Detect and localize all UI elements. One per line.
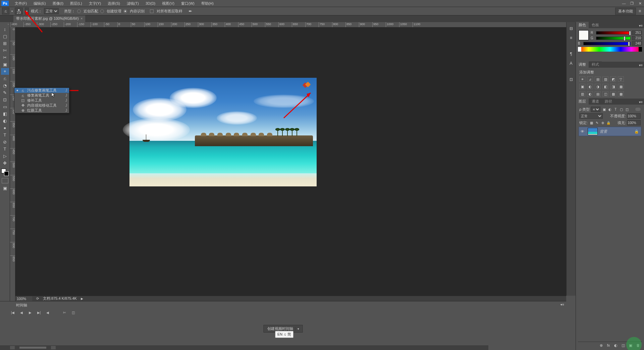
- screen-mode[interactable]: ▣: [1, 185, 9, 191]
- color-panel-menu[interactable]: ▾≡: [638, 23, 644, 28]
- brush-preset-picker[interactable]: ●23: [15, 8, 23, 14]
- adjust-icon[interactable]: ▥: [579, 91, 585, 97]
- hand-tool[interactable]: ▷: [1, 153, 9, 159]
- lock-option-icon[interactable]: ⊕: [600, 121, 605, 125]
- window-maximize[interactable]: ❐: [628, 0, 636, 6]
- tl-first[interactable]: |◀: [10, 310, 15, 315]
- tl-zoom-out[interactable]: [10, 346, 15, 349]
- marquee-tool[interactable]: ▢: [1, 33, 9, 40]
- adjust-icon[interactable]: ◨: [610, 84, 616, 89]
- collapsed-history-icon[interactable]: ⊟: [568, 25, 574, 32]
- mode-select[interactable]: 正常: [44, 8, 59, 14]
- tl-prev[interactable]: ◀: [19, 310, 24, 315]
- adjust-icon[interactable]: ▨: [602, 76, 608, 82]
- adjust-icon[interactable]: ▽: [618, 76, 624, 82]
- collapsed-character-icon[interactable]: ¶: [568, 51, 574, 57]
- ime-indicator[interactable]: EN ♫ 简: [275, 331, 293, 338]
- tab-close[interactable]: ×: [81, 17, 83, 20]
- radio-proximity[interactable]: [77, 9, 81, 13]
- window-close[interactable]: ✕: [636, 0, 644, 6]
- tl-cut[interactable]: ✄: [62, 310, 67, 315]
- color-swatch-big[interactable]: [579, 30, 589, 40]
- g-slider[interactable]: [596, 37, 631, 40]
- tab-swatches[interactable]: 色板: [589, 22, 602, 28]
- menu-window[interactable]: 窗口(W): [178, 0, 198, 7]
- collapsed-other-icon[interactable]: ⊡: [568, 76, 574, 82]
- adjust-icon[interactable]: ◧: [602, 84, 608, 89]
- tab-channels[interactable]: 通道: [589, 98, 602, 105]
- adjust-icon[interactable]: ⊿: [587, 76, 593, 82]
- lasso-tool[interactable]: ⊞: [1, 40, 9, 47]
- layer-background[interactable]: 👁 背景 🔒: [579, 127, 641, 136]
- adjust-icon[interactable]: ▤: [595, 76, 601, 82]
- adjust-icon[interactable]: ▣: [579, 84, 585, 89]
- collapsed-paragraph-icon[interactable]: A: [568, 60, 574, 66]
- layer-name[interactable]: 背景: [600, 129, 607, 134]
- menu-view[interactable]: 视图(V): [159, 0, 178, 7]
- adjust-icon[interactable]: ◑: [595, 84, 601, 89]
- adjust-icon[interactable]: ☀: [579, 76, 585, 82]
- move-tool[interactable]: ↕: [1, 26, 9, 33]
- color-swatches[interactable]: [1, 169, 9, 176]
- adjust-icon[interactable]: ▩: [610, 91, 616, 97]
- radio-texture[interactable]: [100, 9, 104, 13]
- quick-mask[interactable]: [2, 178, 8, 183]
- zoom-tool[interactable]: ✥: [1, 160, 9, 166]
- menu-filter[interactable]: 滤镜(T): [123, 0, 142, 7]
- zoom-level[interactable]: [15, 296, 32, 301]
- gradient-tool[interactable]: ▭: [1, 103, 9, 110]
- layer-visibility-icon[interactable]: 👁: [579, 129, 586, 133]
- layer-filter-icon[interactable]: ▣: [602, 108, 606, 111]
- canvas[interactable]: [15, 27, 566, 296]
- layer-thumbnail[interactable]: [588, 128, 598, 135]
- blur-tool[interactable]: ◧: [1, 110, 9, 117]
- tl-transition[interactable]: ◫: [70, 310, 76, 315]
- adjust-icon[interactable]: ▦: [618, 91, 624, 97]
- menu-file[interactable]: 文件(F): [11, 0, 30, 7]
- adjust-icon[interactable]: ◐: [587, 84, 593, 89]
- window-minimize[interactable]: —: [620, 0, 628, 6]
- lock-option-icon[interactable]: ✎: [595, 121, 599, 125]
- adjust-icon[interactable]: ◫: [602, 91, 608, 97]
- pen-tool[interactable]: ●: [1, 124, 9, 131]
- layer-filter-icon[interactable]: ▢: [619, 108, 624, 111]
- clone-stamp-tool[interactable]: ◔: [1, 82, 9, 89]
- layer-filter-select[interactable]: ≑: [591, 107, 600, 112]
- status-flyout[interactable]: ▶: [81, 297, 83, 300]
- layer-action-icon[interactable]: ⊗: [598, 343, 604, 348]
- status-arrow[interactable]: ⟳: [36, 297, 39, 300]
- fill-value[interactable]: [627, 120, 641, 125]
- b-value[interactable]: 248: [632, 41, 642, 46]
- menu-select[interactable]: 选择(S): [104, 0, 123, 7]
- layer-filter-icon[interactable]: T: [613, 108, 618, 111]
- r-slider[interactable]: [596, 31, 631, 35]
- menu-edit[interactable]: 编辑(E): [30, 0, 49, 7]
- g-value[interactable]: 210: [632, 36, 642, 40]
- filter-toggle[interactable]: [635, 108, 641, 111]
- color-spectrum[interactable]: [578, 47, 642, 52]
- dodge-tool[interactable]: ◐: [1, 117, 9, 124]
- pressure-icon[interactable]: ✒: [189, 9, 192, 14]
- layer-filter-icon[interactable]: ◫: [625, 108, 629, 111]
- spot-healing-tool[interactable]: ⌖: [1, 68, 9, 75]
- path-select-tool[interactable]: ⊘: [1, 138, 9, 145]
- tl-last[interactable]: ◀: [45, 310, 50, 315]
- menu-image[interactable]: 图像(I): [49, 0, 67, 7]
- layer-lock-icon[interactable]: 🔒: [634, 129, 639, 134]
- lock-option-icon[interactable]: ▦: [589, 121, 594, 125]
- current-tool-icon[interactable]: ⎌: [2, 8, 9, 14]
- crop-tool[interactable]: ✂: [1, 54, 9, 61]
- eyedropper-tool[interactable]: ▣: [1, 61, 9, 68]
- menu-type[interactable]: 文字(Y): [86, 0, 105, 7]
- flyout-red-eye[interactable]: ⊕红眼工具J: [14, 108, 69, 113]
- adjust-panel-menu[interactable]: ▾≡: [638, 63, 644, 68]
- adjust-icon[interactable]: ◩: [610, 76, 616, 82]
- tab-color[interactable]: 颜色: [576, 22, 589, 28]
- menu-layer[interactable]: 图层(L): [67, 0, 85, 7]
- flyout-spot-healing[interactable]: ■⎌污点修复画笔工具J: [14, 88, 69, 93]
- tl-zoom-in[interactable]: [51, 346, 56, 349]
- b-slider[interactable]: [583, 42, 631, 45]
- blend-mode[interactable]: 正常: [579, 113, 603, 119]
- r-value[interactable]: 251: [632, 31, 642, 35]
- sample-all-layers-checkbox[interactable]: [150, 9, 154, 13]
